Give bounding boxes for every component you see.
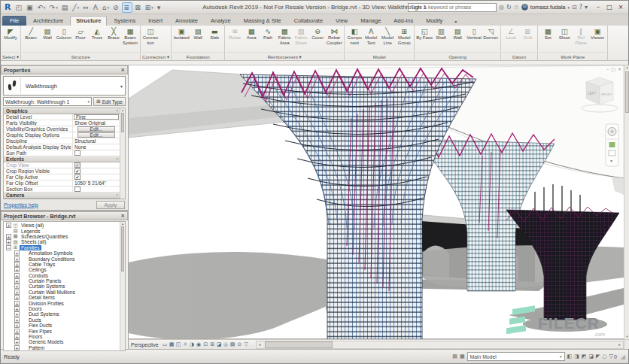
tree-item-label[interactable]: Schedules/Quantities (20, 234, 69, 239)
ribbon-panel-caption[interactable]: Reinforcement ▾ (226, 52, 342, 60)
property-row[interactable]: Graphics ^ (4, 108, 120, 114)
save-icon[interactable]: ▣ (25, 2, 35, 13)
tree-item[interactable]: + Curtain Panels (4, 278, 120, 284)
edit-type-button[interactable]: ⊞ Edit Type (93, 97, 126, 106)
property-row[interactable]: Extents ^ (4, 156, 120, 162)
brace-button[interactable]: ╳ Brace (105, 26, 122, 52)
scroll-left-icon[interactable]: ◂ (257, 342, 263, 347)
tree-expander[interactable]: + (14, 339, 20, 344)
redo-icon[interactable]: ↷ ▾ (48, 2, 59, 13)
floor-button[interactable]: ▱ Floor (72, 26, 89, 52)
tab-collaborate[interactable]: Collaborate (288, 16, 329, 26)
vertical-button[interactable]: ▯ Vertical (466, 26, 482, 52)
worksets-icon[interactable]: ▤ (452, 353, 457, 359)
tree-expander[interactable]: + (14, 317, 20, 323)
tree-expander[interactable]: + (14, 334, 20, 339)
tree-item[interactable]: + Doors (4, 306, 120, 311)
view-scale-icon[interactable]: ▭ (162, 341, 169, 347)
properties-scrollbar[interactable]: ▲ (120, 108, 125, 199)
property-value[interactable]: Show Original (73, 120, 120, 126)
tree-expander[interactable]: + (14, 295, 20, 300)
tree-item-label[interactable]: Annotation Symbols (27, 250, 74, 256)
underlay-select-icon[interactable]: ◩ (582, 353, 587, 359)
tree-item[interactable]: + Conduits (4, 273, 120, 278)
type-selector[interactable]: Walkthrough ▾ (3, 76, 126, 96)
view-close-icon[interactable]: × (618, 66, 621, 71)
dormer-button[interactable]: ◹ Dormer (482, 26, 499, 52)
reveal-constraints-icon[interactable]: ○ (602, 353, 606, 359)
scroll-right-icon[interactable]: ▸ (616, 342, 623, 347)
print-icon[interactable]: ▤ (60, 2, 71, 13)
tree-item-label[interactable]: Pattern (27, 345, 46, 350)
tree-item-label[interactable]: Views (all) (20, 223, 45, 228)
modify-button[interactable]: ◤ Modify (2, 26, 19, 52)
tree-item[interactable]: + Division Profiles (4, 300, 120, 305)
close-icon[interactable]: × (120, 67, 125, 73)
tree-expander[interactable]: + (6, 239, 11, 244)
tree-expander[interactable]: + (14, 256, 20, 262)
measure-icon[interactable]: ╱ ▾ (71, 2, 81, 13)
tree-item-label[interactable]: Floors (27, 334, 44, 339)
tree-item-label[interactable]: Division Profiles (27, 301, 65, 306)
help-caret-icon[interactable]: ▾ (585, 4, 588, 11)
ribbon-panel-caption[interactable]: Connection ▾ (142, 52, 169, 60)
navigation-bar[interactable]: ▾ (606, 124, 618, 166)
tree-item[interactable]: + Pattern (4, 345, 120, 350)
default-3d-view-icon[interactable]: ⌂ ▾ (101, 2, 111, 13)
ribbon-panel-caption[interactable]: Structure (23, 52, 138, 60)
tree-expander[interactable]: + (14, 262, 20, 267)
tree-item[interactable]: + Floors (4, 334, 120, 339)
ribbon-panel-caption[interactable]: Opening (416, 52, 499, 60)
scrollbar-thumb[interactable] (625, 71, 629, 113)
viewer-button[interactable]: ▣ Viewer (589, 26, 606, 52)
tree-item-label[interactable]: Generic Models (27, 339, 65, 344)
property-row[interactable]: Crop View ✔ (4, 162, 120, 168)
resize-grip[interactable]: ◢ (621, 353, 625, 360)
tree-item[interactable]: + Annotation Symbols (4, 250, 120, 256)
ribbon-panel-caption[interactable]: Foundation (173, 52, 223, 60)
drawing-area[interactable]: FILECR .com LEFT FRONT (129, 65, 624, 339)
temporary-hide-isolate-icon[interactable]: ◪ (216, 341, 223, 347)
property-value[interactable]: None (73, 144, 120, 150)
property-row[interactable]: Far Clip Offset 1050' 5 21/64" (4, 180, 120, 187)
property-value[interactable]: ^ (73, 157, 120, 162)
property-value[interactable]: Edit... (77, 126, 115, 132)
signed-in-user[interactable]: tomasz.fudala (530, 4, 566, 11)
tab-architecture[interactable]: Architecture (27, 16, 69, 26)
tree-expander[interactable]: + (14, 301, 20, 306)
tree-item-label[interactable]: Detail Items (27, 295, 56, 300)
tree-expander[interactable]: + (14, 267, 20, 272)
tab-massing-site[interactable]: Massing & Site (238, 16, 287, 26)
type-selector-caret-icon[interactable]: ▾ (120, 83, 125, 89)
truss-button[interactable]: ◭ Truss (89, 26, 105, 52)
tree-item[interactable]: + Curtain Systems (4, 284, 120, 289)
view-minimize-icon[interactable]: – (606, 66, 609, 71)
thin-lines-icon[interactable]: ≣ (122, 2, 133, 13)
undo-icon[interactable]: ↶ ▾ (36, 2, 47, 13)
tree-item-label[interactable]: Legends (20, 229, 41, 234)
help-icon[interactable]: ? (579, 4, 582, 11)
property-row[interactable]: Default Analysis Display Style None (4, 144, 120, 150)
property-value[interactable]: ✔ (74, 174, 81, 180)
switch-windows-icon[interactable]: ⊞ ▾ (144, 2, 155, 13)
browser-scrollbar[interactable]: ▲ (120, 222, 125, 350)
property-row[interactable]: Camera ^ (4, 193, 120, 199)
user-avatar-icon[interactable] (521, 4, 528, 11)
tree-item[interactable]: + Flex Ducts (4, 323, 120, 328)
ribbon-panel-caption[interactable]: Model (346, 52, 412, 60)
fabric-area-button[interactable]: ▩ Fabric Area (276, 26, 293, 52)
exchange-apps-icon[interactable]: ⊡ (572, 4, 577, 11)
slab-button[interactable]: ▬ Slab (206, 26, 223, 52)
model-line-button[interactable]: ╲ Model Line (379, 26, 396, 52)
tree-item-label[interactable]: Conduits (27, 273, 50, 278)
cover-button[interactable]: ⊖ Cover (309, 26, 326, 52)
properties-help-link[interactable]: Properties help (4, 202, 38, 208)
favorites-icon[interactable]: ☆ (514, 4, 519, 11)
tree-item[interactable]: + Generic Models (4, 339, 120, 344)
property-value[interactable] (74, 150, 81, 156)
rendering-dialog-icon[interactable]: ◉ (196, 341, 202, 347)
property-row[interactable]: Detail Level Fine (4, 114, 120, 120)
tree-item[interactable]: + Cable Trays (4, 262, 120, 267)
tree-item[interactable]: + ▦ Schedules/Quantities (4, 234, 120, 239)
property-row[interactable]: Rendering Settings Edit... (4, 199, 120, 199)
